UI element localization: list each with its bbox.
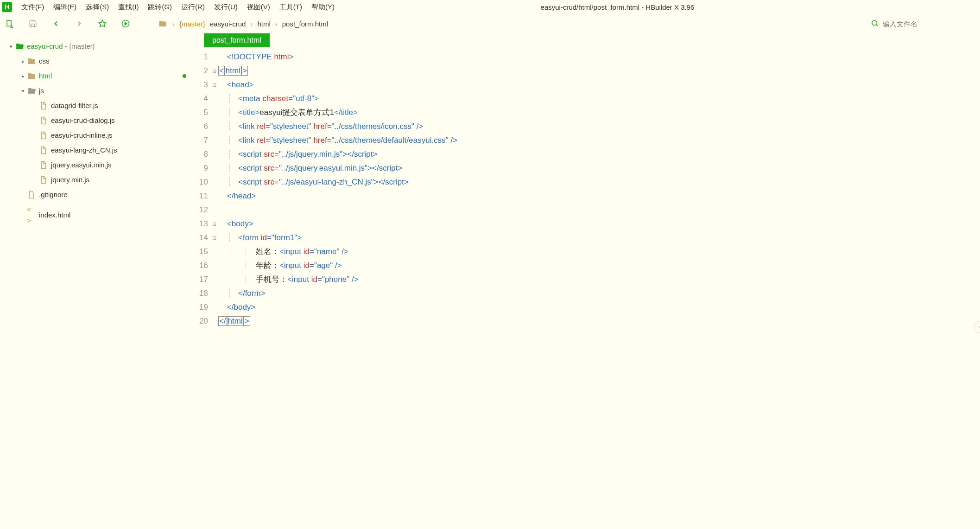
fold-toggle-icon[interactable]: ⊟	[212, 221, 216, 227]
chevron-right-icon: ›	[250, 20, 253, 28]
file-icon	[39, 146, 48, 154]
file-explorer[interactable]: ▾easyui-crud - {master}▸css▸html▾jsdatag…	[0, 33, 195, 529]
tab-active[interactable]: post_form.html	[204, 33, 270, 47]
code-line[interactable]: ┆ <script src="../js/jquery.easyui.min.j…	[218, 161, 457, 175]
menu-u[interactable]: 发行(U)	[209, 1, 242, 13]
code-line[interactable]: ┆ <script src="../js/easyui-lang-zh_CN.j…	[218, 175, 457, 189]
file-icon	[39, 116, 48, 125]
tree-item[interactable]: datagrid-filter.js	[0, 98, 195, 113]
code-content[interactable]: <!DOCTYPE html><html> <head> ┆ <meta cha…	[218, 50, 457, 529]
code-line[interactable]: ┆ <link rel="stylesheet" href="../css/th…	[218, 120, 457, 134]
menu-t[interactable]: 工具(T)	[275, 1, 307, 13]
code-line[interactable]: ┆ <title>easyui提交表单方式1</title>	[218, 106, 457, 120]
tree-label: js	[39, 85, 44, 96]
code-line[interactable]: <body>	[218, 217, 457, 231]
tree-label: easyui-crud-dialog.js	[51, 115, 115, 126]
file-code-icon: < >	[27, 204, 36, 226]
code-line[interactable]: <!DOCTYPE html>	[218, 50, 457, 64]
tree-item[interactable]: ▾easyui-crud - {master}	[0, 39, 195, 54]
menu-v[interactable]: 视图(V)	[242, 1, 275, 13]
tree-item[interactable]: ▸html	[0, 69, 195, 83]
code-line[interactable]: </html>	[218, 314, 457, 328]
svg-line-7	[876, 25, 878, 26]
star-icon[interactable]	[97, 19, 107, 29]
tree-item[interactable]: easyui-crud-dialog.js	[0, 113, 195, 128]
code-line[interactable]: ┆ ┆ 年龄：<input id="age" />	[218, 259, 457, 273]
tree-label: easyui-crud - {master}	[27, 41, 95, 52]
folder-closed-icon	[27, 72, 36, 80]
tree-item[interactable]: easyui-crud-inline.js	[0, 128, 195, 143]
code-line[interactable]: ┆ ┆ 手机号：<input id="phone" />	[218, 273, 457, 287]
menu-f[interactable]: 文件(F)	[17, 1, 49, 13]
fold-toggle-icon[interactable]: ⊟	[212, 82, 216, 88]
tree-item[interactable]: easyui-lang-zh_CN.js	[0, 143, 195, 158]
code-line[interactable]: ┆ <link rel="stylesheet" href="../css/th…	[218, 134, 457, 147]
code-line[interactable]: </body>	[218, 300, 457, 314]
code-line[interactable]: ┆ <script src="../js/jquery.min.js"></sc…	[218, 147, 457, 161]
file-icon	[39, 131, 48, 140]
code-editor[interactable]: 1234567891011121314151617181920 ⊟⊟ ⊟⊟ <!…	[195, 47, 980, 529]
file-icon	[39, 161, 48, 169]
line-number: 3	[199, 78, 208, 92]
menu-e[interactable]: 编辑(E)	[49, 1, 81, 13]
tree-caret-icon[interactable]: ▸	[19, 70, 27, 82]
line-number: 4	[199, 92, 208, 106]
line-number: 10	[199, 175, 208, 189]
tree-caret-icon[interactable]: ▾	[19, 85, 27, 96]
tree-label: .gitignore	[39, 189, 68, 200]
fold-gutter[interactable]: ⊟⊟ ⊟⊟	[211, 50, 218, 529]
menu-y[interactable]: 帮助(Y)	[307, 1, 339, 13]
tree-item[interactable]: .gitignore	[0, 187, 195, 202]
tree-label: datagrid-filter.js	[51, 100, 98, 111]
file-search[interactable]	[871, 19, 975, 29]
line-number: 9	[199, 161, 208, 175]
line-number: 2	[199, 64, 208, 78]
new-file-icon[interactable]	[5, 19, 15, 29]
line-number: 18	[199, 287, 208, 300]
tree-label: html	[39, 70, 52, 82]
code-line[interactable]: <html>	[218, 64, 457, 78]
tree-caret-icon[interactable]: ▾	[7, 41, 15, 52]
breadcrumb-seg-0[interactable]: easyui-crud	[210, 20, 246, 28]
forward-icon[interactable]	[74, 19, 84, 29]
menu-g[interactable]: 跳转(G)	[143, 1, 177, 13]
breadcrumb-branch[interactable]: {master}	[179, 20, 205, 28]
menu-s[interactable]: 选择(S)	[81, 1, 114, 13]
save-icon[interactable]	[28, 19, 38, 29]
tree-item[interactable]: jquery.min.js	[0, 172, 195, 187]
line-number: 20	[199, 314, 208, 328]
tree-label: jquery.easyui.min.js	[51, 159, 112, 171]
tree-item[interactable]: jquery.easyui.min.js	[0, 158, 195, 172]
fold-toggle-icon[interactable]: ⊟	[212, 235, 216, 241]
code-line[interactable]	[218, 203, 457, 217]
folder-closed-icon	[27, 57, 36, 65]
tree-label: jquery.min.js	[51, 174, 89, 185]
line-number: 1	[199, 50, 208, 64]
line-number: 16	[199, 259, 208, 273]
line-number: 5	[199, 106, 208, 120]
code-line[interactable]: ┆ ┆ 姓名：<input id="name" />	[218, 245, 457, 259]
run-icon[interactable]	[120, 19, 131, 29]
breadcrumb-seg-1[interactable]: html	[257, 20, 270, 28]
line-number: 17	[199, 273, 208, 287]
tree-item[interactable]: < >index.html	[0, 202, 195, 228]
menu-bar: H 文件(F)编辑(E)选择(S)查找(I)跳转(G)运行(R)发行(U)视图(…	[0, 0, 980, 14]
tree-item[interactable]: ▾js	[0, 83, 195, 98]
code-line[interactable]: </head>	[218, 189, 457, 203]
back-icon[interactable]	[51, 19, 61, 29]
breadcrumb-seg-2[interactable]: post_form.html	[282, 20, 328, 28]
code-line[interactable]: ┆ </form>	[218, 287, 457, 300]
tree-item[interactable]: ▸css	[0, 54, 195, 69]
search-input[interactable]	[883, 20, 975, 28]
menu-i[interactable]: 查找(I)	[114, 1, 143, 13]
menu-r[interactable]: 运行(R)	[177, 1, 209, 13]
code-line[interactable]: ┆ <form id="form1">	[218, 231, 457, 245]
folder-icon[interactable]	[158, 19, 168, 29]
tree-label: index.html	[39, 210, 70, 221]
tree-caret-icon[interactable]: ▸	[19, 56, 27, 67]
window-title: easyui-crud/html/post_form.html - HBuild…	[541, 3, 778, 11]
app-logo-icon: H	[2, 2, 12, 12]
code-line[interactable]: ┆ <meta charset="utf-8">	[218, 92, 457, 106]
fold-toggle-icon[interactable]: ⊟	[212, 68, 216, 74]
code-line[interactable]: <head>	[218, 78, 457, 92]
